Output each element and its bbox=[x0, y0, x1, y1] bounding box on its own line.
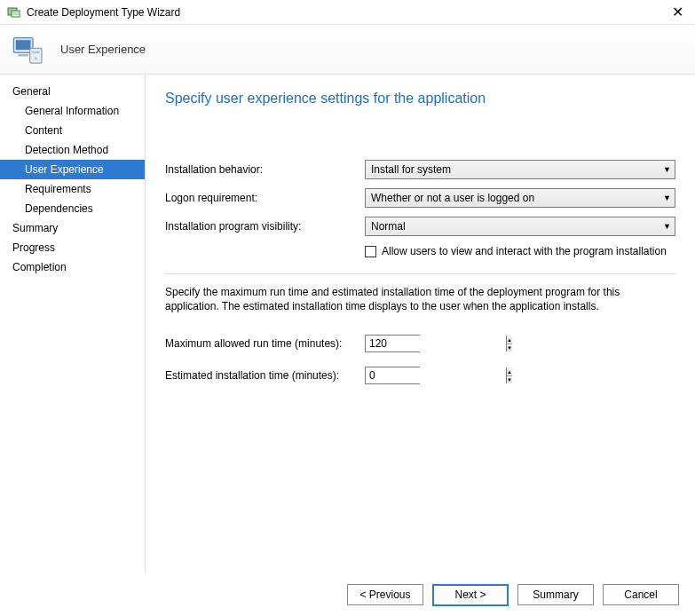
svg-rect-5 bbox=[18, 54, 28, 57]
cancel-button[interactable]: Cancel bbox=[603, 584, 679, 605]
next-button[interactable]: Next > bbox=[432, 584, 509, 606]
logon-requirement-value: Whether or not a user is logged on bbox=[371, 192, 534, 204]
est-time-input[interactable] bbox=[366, 367, 506, 383]
max-runtime-stepper: ▲ ▼ bbox=[506, 336, 512, 351]
sidebar-item-user-experience[interactable]: User Experience bbox=[0, 160, 145, 179]
install-behavior-select[interactable]: Install for system ▼ bbox=[365, 160, 675, 179]
titlebar-left: Create Deployment Type Wizard bbox=[7, 5, 180, 20]
sidebar-item-requirements[interactable]: Requirements bbox=[0, 179, 145, 199]
est-time-spinner[interactable]: ▲ ▼ bbox=[365, 367, 420, 384]
titlebar: Create Deployment Type Wizard ✕ bbox=[0, 0, 695, 25]
content-panel: Specify user experience settings for the… bbox=[146, 75, 695, 573]
allow-interact-row: Allow users to view and interact with th… bbox=[365, 245, 675, 257]
computer-icon bbox=[11, 32, 46, 67]
est-time-label: Estimated installation time (minutes): bbox=[165, 369, 365, 382]
previous-button[interactable]: < Previous bbox=[347, 584, 423, 605]
visibility-row: Installation program visibility: Normal … bbox=[165, 217, 675, 236]
svg-rect-6 bbox=[30, 48, 42, 63]
max-runtime-label: Maximum allowed run time (minutes): bbox=[165, 337, 365, 350]
max-runtime-input[interactable] bbox=[366, 336, 506, 351]
sidebar-item-detection-method[interactable]: Detection Method bbox=[0, 140, 145, 160]
visibility-select[interactable]: Normal ▼ bbox=[365, 217, 675, 236]
max-runtime-row: Maximum allowed run time (minutes): ▲ ▼ bbox=[165, 335, 675, 352]
visibility-value: Normal bbox=[371, 220, 406, 233]
chevron-down-icon: ▼ bbox=[663, 193, 671, 202]
wizard-footer: < Previous Next > Summary Cancel bbox=[0, 573, 695, 616]
window-title: Create Deployment Type Wizard bbox=[27, 6, 180, 19]
svg-rect-2 bbox=[12, 12, 19, 15]
est-time-row: Estimated installation time (minutes): ▲… bbox=[165, 367, 675, 384]
allow-interact-label: Allow users to view and interact with th… bbox=[382, 245, 667, 257]
svg-rect-4 bbox=[16, 40, 31, 50]
chevron-down-icon: ▼ bbox=[663, 165, 671, 174]
svg-rect-7 bbox=[32, 51, 39, 53]
sidebar-item-content[interactable]: Content bbox=[0, 121, 145, 140]
sidebar-item-dependencies[interactable]: Dependencies bbox=[0, 199, 145, 218]
sidebar-item-progress[interactable]: Progress bbox=[0, 238, 145, 257]
install-behavior-label: Installation behavior: bbox=[165, 163, 365, 176]
logon-requirement-label: Logon requirement: bbox=[165, 192, 365, 204]
wizard-body: General General Information Content Dete… bbox=[0, 75, 695, 573]
spinner-up-icon[interactable]: ▲ bbox=[507, 367, 512, 376]
logon-requirement-select[interactable]: Whether or not a user is logged on ▼ bbox=[365, 188, 675, 208]
description-text: Specify the maximum run time and estimat… bbox=[165, 285, 675, 313]
chevron-down-icon: ▼ bbox=[663, 222, 671, 231]
install-behavior-row: Installation behavior: Install for syste… bbox=[165, 160, 675, 179]
visibility-label: Installation program visibility: bbox=[165, 220, 365, 233]
est-time-stepper: ▲ ▼ bbox=[506, 367, 512, 383]
allow-interact-checkbox[interactable] bbox=[365, 246, 376, 257]
logon-requirement-row: Logon requirement: Whether or not a user… bbox=[165, 188, 675, 208]
header-title: User Experience bbox=[60, 43, 146, 56]
sidebar-item-completion[interactable]: Completion bbox=[0, 257, 145, 277]
spinner-up-icon[interactable]: ▲ bbox=[507, 336, 512, 344]
sidebar-item-general-information[interactable]: General Information bbox=[0, 101, 145, 121]
max-runtime-spinner[interactable]: ▲ ▼ bbox=[365, 335, 420, 352]
sidebar: General General Information Content Dete… bbox=[0, 75, 146, 573]
wizard-header: User Experience bbox=[0, 25, 695, 75]
close-button[interactable]: ✕ bbox=[667, 5, 688, 20]
svg-point-8 bbox=[35, 57, 37, 59]
page-heading: Specify user experience settings for the… bbox=[165, 91, 675, 107]
app-icon bbox=[7, 5, 21, 20]
install-behavior-value: Install for system bbox=[371, 163, 451, 176]
sidebar-item-general[interactable]: General bbox=[0, 82, 145, 101]
spinner-down-icon[interactable]: ▼ bbox=[507, 376, 512, 384]
spinner-down-icon[interactable]: ▼ bbox=[507, 344, 512, 352]
divider bbox=[165, 273, 675, 274]
summary-button[interactable]: Summary bbox=[517, 584, 594, 605]
sidebar-item-summary[interactable]: Summary bbox=[0, 218, 145, 238]
